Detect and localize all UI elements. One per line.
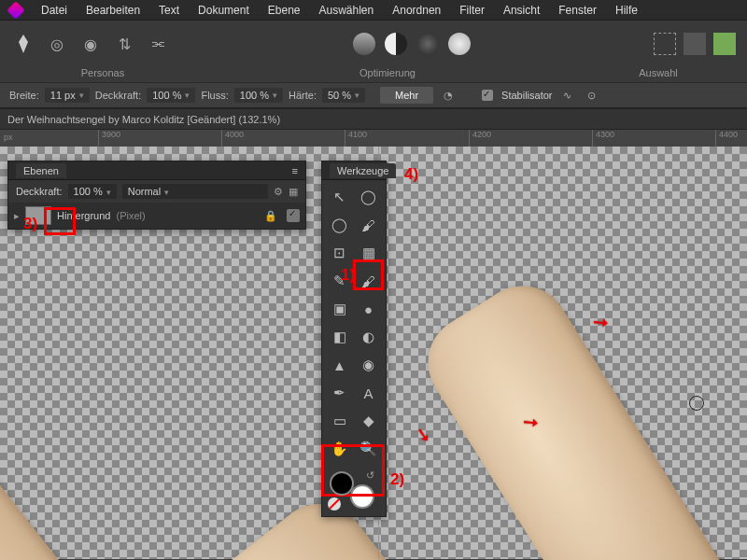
color-picker-tool[interactable]: ◉ <box>355 352 382 378</box>
annotation-text: 4) <box>404 165 418 184</box>
more-button[interactable]: Mehr <box>380 87 433 104</box>
ruler-tick: 4300 <box>592 130 614 147</box>
export-persona-icon[interactable]: ⫘ <box>146 32 170 56</box>
fx-icon[interactable]: ▦ <box>289 186 298 198</box>
annotation-text: 3) <box>23 215 37 233</box>
no-color-icon[interactable] <box>328 497 341 511</box>
menubar: Datei Bearbeiten Text Dokument Ebene Aus… <box>0 0 747 21</box>
opacity-field[interactable]: 100 % <box>147 88 195 103</box>
menu-filter[interactable]: Filter <box>459 4 485 17</box>
burn-tool[interactable]: ▲ <box>326 352 353 378</box>
ruler-horizontal: px 3900 4000 4100 4200 4300 4400 <box>0 130 747 147</box>
hardness-label: Härte: <box>289 90 317 101</box>
width-label: Breite: <box>9 90 39 101</box>
eraser-tool[interactable]: ◧ <box>326 324 353 350</box>
crop-tool[interactable]: ⊡ <box>326 240 353 266</box>
marquee-icon[interactable] <box>654 33 676 55</box>
menu-datei[interactable]: Datei <box>41 4 67 17</box>
annotation-text: 1) <box>341 266 355 285</box>
tools-panel[interactable]: Werkzeuge ↖◯◯🖌⊡▦✎🖌▣●◧◐▲◉✒A▭◆✋🔍 ↺ <box>321 161 387 517</box>
tools-tab[interactable]: Werkzeuge <box>330 163 396 178</box>
gear-icon[interactable]: ⚙ <box>274 186 283 198</box>
foreground-color[interactable] <box>330 471 354 496</box>
menu-ansicht[interactable]: Ansicht <box>503 4 540 17</box>
paint-brush-tool[interactable]: 🖌 <box>355 268 382 294</box>
fill-tool[interactable]: ▣ <box>326 296 353 322</box>
swap-colors-icon[interactable]: ↺ <box>366 469 374 482</box>
shape-tool[interactable]: ◆ <box>355 408 382 434</box>
gradient-tool[interactable]: ▦ <box>355 240 382 266</box>
context-toolbar: Breite: 11 px Deckkraft: 100 % Fluss: 10… <box>0 82 747 108</box>
color-swatch: ↺ <box>328 469 376 511</box>
app-icon <box>7 1 25 20</box>
stabilizer-checkbox[interactable] <box>482 90 493 101</box>
text-tool[interactable]: A <box>355 380 382 406</box>
move-tool[interactable]: ↖ <box>326 184 353 210</box>
optimize-group <box>170 33 654 55</box>
expand-icon[interactable]: ▸ <box>14 210 20 222</box>
stabilizer-label: Stabilisator <box>501 90 552 101</box>
hand-tool[interactable]: ✋ <box>326 436 353 462</box>
layer-opacity-field[interactable]: 100 % <box>68 184 117 199</box>
window-stabilizer-icon[interactable]: ⊙ <box>583 86 601 105</box>
optimize-label: Optimierung <box>177 67 598 78</box>
colors-icon[interactable] <box>416 33 439 55</box>
ruler-tick: 4100 <box>345 130 367 147</box>
layer-type: (Pixel) <box>116 210 145 221</box>
menu-text[interactable]: Text <box>159 4 179 17</box>
pressure-icon[interactable]: ◔ <box>439 86 458 105</box>
photo-persona-icon[interactable] <box>11 32 35 56</box>
blend-mode-field[interactable]: Normal <box>122 184 268 199</box>
personas-group: ◎ ◉ ⇅ ⫘ <box>11 32 170 56</box>
liquify-persona-icon[interactable]: ◎ <box>45 32 69 56</box>
contrast-icon[interactable] <box>385 33 407 55</box>
annotation-text: 2) <box>390 470 404 489</box>
selection-label: Auswahl <box>598 67 719 78</box>
flow-label: Fluss: <box>201 90 228 101</box>
menu-bearbeiten[interactable]: Bearbeiten <box>86 4 140 17</box>
opacity-label: Deckkraft: <box>95 90 142 101</box>
brush-cursor <box>689 396 704 411</box>
menu-dokument[interactable]: Dokument <box>198 4 249 17</box>
quick-mask-icon[interactable] <box>684 33 706 55</box>
tone-persona-icon[interactable]: ⇅ <box>112 32 136 56</box>
smudge-tool[interactable]: ◐ <box>355 324 382 350</box>
document-tab[interactable]: Der Weihnachtsengel by Marco Kolditz [Ge… <box>0 109 747 130</box>
freehand-select-tool[interactable]: ◯ <box>355 184 382 210</box>
whitebalance-icon[interactable] <box>448 33 471 55</box>
ruler-tick: 3900 <box>98 130 120 147</box>
menu-auswaehlen[interactable]: Auswählen <box>318 4 374 17</box>
layer-row[interactable]: ▸ Hintergrund (Pixel) 🔒 <box>8 203 305 229</box>
show-pixel-icon[interactable] <box>713 33 736 55</box>
ruler-tick: 4400 <box>715 130 738 147</box>
layers-panel[interactable]: Ebenen ≡ Deckkraft: 100 % Normal ⚙ ▦ ▸ H… <box>7 161 306 230</box>
rectangle-tool[interactable]: ▭ <box>326 408 353 434</box>
brush-tool[interactable]: 🖌 <box>355 212 382 238</box>
visibility-checkbox[interactable] <box>287 209 300 222</box>
clone-tool[interactable]: ● <box>355 296 382 322</box>
layer-name: Hintergrund <box>57 210 110 221</box>
ellipse-select-tool[interactable]: ◯ <box>326 212 353 238</box>
personas-label: Personas <box>28 67 177 78</box>
zoom-tool[interactable]: 🔍 <box>355 436 382 462</box>
flow-field[interactable]: 100 % <box>234 88 283 103</box>
levels-icon[interactable] <box>353 33 375 55</box>
vector-pen-tool[interactable]: ✒ <box>326 380 353 406</box>
lock-icon[interactable]: 🔒 <box>264 210 277 222</box>
width-field[interactable]: 11 px <box>45 88 90 103</box>
develop-persona-icon[interactable]: ◉ <box>78 32 103 56</box>
background-color[interactable] <box>350 484 374 509</box>
toolbar: ◎ ◉ ⇅ ⫘ Personas Optimierung Auswahl Bre… <box>0 21 747 109</box>
hardness-field[interactable]: 50 % <box>322 88 365 103</box>
menu-hilfe[interactable]: Hilfe <box>615 4 638 17</box>
menu-ebene[interactable]: Ebene <box>268 4 301 17</box>
menu-fenster[interactable]: Fenster <box>558 4 597 17</box>
menu-anordnen[interactable]: Anordnen <box>392 4 441 17</box>
ruler-tick: 4200 <box>469 130 491 147</box>
rope-stabilizer-icon[interactable]: ∿ <box>558 86 577 105</box>
panel-menu-icon[interactable]: ≡ <box>292 165 298 176</box>
ruler-unit: px <box>4 133 13 142</box>
selection-group <box>654 33 736 55</box>
layers-tab[interactable]: Ebenen <box>16 163 66 178</box>
ruler-tick: 4000 <box>221 130 244 147</box>
